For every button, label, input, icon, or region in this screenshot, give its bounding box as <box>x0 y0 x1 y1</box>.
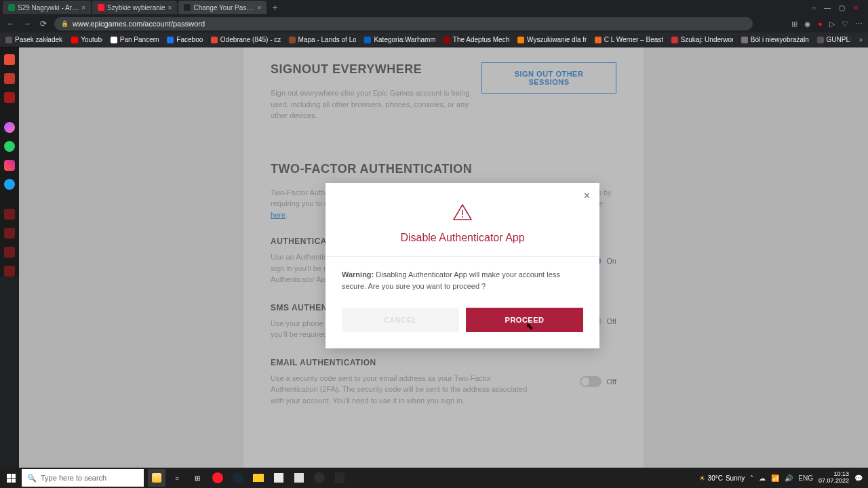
warning-icon <box>452 203 473 221</box>
bookmark-item[interactable]: Pasek zakładek… <box>5 36 63 43</box>
reload-icon[interactable]: ⟳ <box>38 19 49 28</box>
epic-icon[interactable] <box>331 469 349 487</box>
modal-overlay: × Disable Authenticator App Warning: Dis… <box>19 47 868 468</box>
messenger-icon[interactable] <box>4 122 15 133</box>
minimize-icon[interactable]: — <box>824 4 831 12</box>
sidebar-icon[interactable] <box>4 73 15 84</box>
forward-icon[interactable]: → <box>22 19 33 28</box>
close-icon[interactable]: × <box>258 4 262 12</box>
bookmark-item[interactable]: The Adeptus Mech… <box>443 36 509 43</box>
whatsapp-icon[interactable] <box>4 141 15 152</box>
obs-icon[interactable] <box>311 469 328 487</box>
twitter-icon[interactable] <box>4 179 15 190</box>
instagram-icon[interactable] <box>4 160 15 171</box>
browser-tab[interactable]: Change Your Password× <box>178 1 267 14</box>
menu-icon[interactable]: ⋯ <box>855 20 863 28</box>
sidebar-icon[interactable] <box>4 92 15 103</box>
modal-close-button[interactable]: × <box>584 190 590 202</box>
page-viewport: SIGNOUT EVERYWHERE Sign out everywhere e… <box>19 47 868 468</box>
lang-indicator[interactable]: ENG <box>798 474 813 482</box>
new-tab-button[interactable]: + <box>268 2 281 13</box>
opera-icon[interactable] <box>209 469 226 487</box>
tab-title: S29 Nagrywki - Arkusze G… <box>18 4 79 12</box>
disable-authenticator-modal: × Disable Authenticator App Warning: Dis… <box>326 183 599 348</box>
sidebar-icon[interactable] <box>4 247 15 258</box>
cancel-button[interactable]: CANCEL <box>342 308 459 332</box>
address-bar: ← → ⟳ 🔒 www.epicgames.com/account/passwo… <box>0 15 868 33</box>
proceed-button[interactable]: PROCEED <box>466 308 583 332</box>
taskbar-app[interactable] <box>148 469 165 487</box>
bookmark-item[interactable]: Wyszukiwanie dla fr… <box>517 36 587 43</box>
cortana-icon[interactable]: ○ <box>168 469 186 487</box>
taskbar-search[interactable]: 🔍Type here to search <box>22 469 144 487</box>
back-icon[interactable]: ← <box>5 19 16 28</box>
taskbar: 🔍Type here to search ○ ⊞ ☀30°CSunny ˄ ☁ … <box>0 468 868 488</box>
taskbar-app[interactable] <box>270 469 288 487</box>
url-text: www.epicgames.com/account/password <box>73 20 205 28</box>
tab-strip: S29 Nagrywki - Arkusze G…× Szybkie wybie… <box>0 0 868 15</box>
bookmark-item[interactable]: Odebrane (845) - cz… <box>211 36 281 43</box>
bookmark-item[interactable]: Ból i niewyobrażaln… <box>741 36 809 43</box>
tab-title: Szybkie wybieranie <box>107 4 165 12</box>
bookmark-item[interactable]: Facebook <box>167 36 202 43</box>
taskbar-app[interactable] <box>290 469 308 487</box>
play-icon[interactable]: ▷ <box>829 20 835 28</box>
tray-chevron-icon[interactable]: ˄ <box>750 474 753 482</box>
close-icon[interactable]: × <box>168 4 172 12</box>
heart-icon[interactable]: ♡ <box>842 20 848 28</box>
browser-tab[interactable]: Szybkie wybieranie× <box>92 1 177 14</box>
search-placeholder: Type here to search <box>41 474 106 482</box>
bookmark-item[interactable]: GUNPLE <box>817 36 851 43</box>
modal-title: Disable Authenticator App <box>339 232 586 244</box>
notifications-icon[interactable]: 💬 <box>854 474 863 482</box>
steam-icon[interactable] <box>229 469 247 487</box>
wifi-icon[interactable]: 📶 <box>771 474 779 482</box>
weather-widget[interactable]: ☀30°CSunny <box>699 474 745 482</box>
extension-icon[interactable]: ⊞ <box>791 20 797 28</box>
bookmark-item[interactable]: Szukaj: Underworld <box>671 36 733 43</box>
tab-title: Change Your Password <box>193 4 254 12</box>
close-icon[interactable]: × <box>81 4 85 12</box>
bookmarks-overflow-icon[interactable]: » <box>859 36 863 43</box>
search-icon[interactable]: ○ <box>812 4 816 12</box>
browser-tab[interactable]: S29 Nagrywki - Arkusze G…× <box>3 1 91 14</box>
search-icon: 🔍 <box>27 474 37 483</box>
modal-body: Warning: Disabling Authenticator App wil… <box>326 257 599 308</box>
bookmarks-bar: Pasek zakładek… Youtube Pan Pancernik Fa… <box>0 33 868 47</box>
sidebar-icon[interactable] <box>4 54 15 65</box>
close-window-icon[interactable]: ✕ <box>853 4 859 12</box>
explorer-icon[interactable] <box>250 469 267 487</box>
tray-icon[interactable]: ☁ <box>759 474 766 482</box>
bookmark-item[interactable]: Kategoria:Warhamm… <box>364 36 435 43</box>
bookmark-item[interactable]: Youtube <box>71 36 102 43</box>
sidebar-icon[interactable] <box>4 209 15 220</box>
sidebar-icon[interactable] <box>4 228 15 239</box>
start-button[interactable] <box>0 468 22 488</box>
taskbar-clock[interactable]: 10:1307.07.2022 <box>818 471 849 485</box>
camera-icon[interactable]: ◉ <box>804 20 811 28</box>
volume-icon[interactable]: 🔊 <box>785 474 793 482</box>
svg-point-1 <box>462 216 463 218</box>
bookmark-item[interactable]: C L Werner – Beast… <box>595 36 663 43</box>
bookmark-item[interactable]: Pan Pancernik <box>111 36 159 43</box>
url-input[interactable]: 🔒 www.epicgames.com/account/password <box>54 17 753 30</box>
sidebar <box>0 47 19 277</box>
sidebar-icon[interactable] <box>4 266 15 277</box>
maximize-icon[interactable]: ▢ <box>839 4 845 12</box>
lock-icon: 🔒 <box>61 20 68 27</box>
bookmark-item[interactable]: Mapa - Lands of Lo… <box>289 36 357 43</box>
task-view-icon[interactable]: ⊞ <box>189 469 206 487</box>
record-icon[interactable]: ● <box>818 20 823 28</box>
